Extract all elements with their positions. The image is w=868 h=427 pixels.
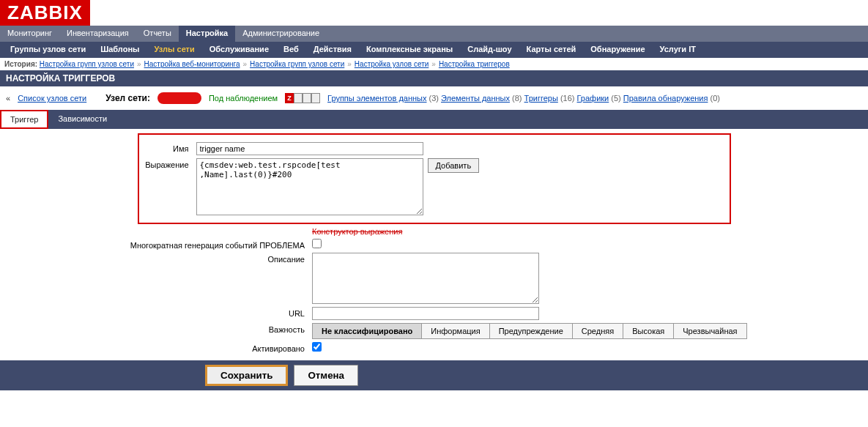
name-input[interactable] [196,142,423,155]
history-bar: История: Настройка групп узлов сети»Наст… [0,58,868,70]
severity-option[interactable]: Средняя [572,323,623,339]
sub-menu-item[interactable]: Обнаружение [583,42,652,58]
host-bar: « Список узлов сети Узел сети: Под наблю… [0,86,868,110]
zabbix-agent-icon: Z [285,93,294,103]
tab-trigger[interactable]: Триггер [0,110,48,129]
host-nav-link[interactable]: Элементы данных [441,94,510,103]
laquo: « [6,94,10,103]
expression-constructor-link[interactable]: Конструктор выражения [312,227,402,236]
enabled-checkbox[interactable] [312,342,322,352]
expression-textarea[interactable]: {cmsdev:web.test.rspcode[test ,Name].las… [196,158,423,215]
sub-menu-item[interactable]: Комплексные экраны [359,42,460,58]
multiple-problem-checkbox[interactable] [312,239,322,248]
footer-bar: Сохранить Отмена [0,360,868,390]
host-nav-count: (0) [708,94,720,103]
url-input[interactable] [312,307,539,320]
severity-option[interactable]: Чрезвычайная [673,323,746,339]
host-nav-count: (8) [510,94,522,103]
description-textarea[interactable] [312,253,539,304]
enabled-label: Активировано [0,342,312,353]
add-expression-button[interactable]: Добавить [428,158,480,173]
expression-label: Выражение [145,158,196,169]
history-link[interactable]: Настройка триггеров [439,60,510,68]
main-menu-item[interactable]: Настройка [179,26,235,42]
host-nav-link[interactable]: Правила обнаружения [623,94,708,103]
url-label: URL [0,307,312,318]
tab-dependencies[interactable]: Зависимости [48,110,116,129]
host-nav-link[interactable]: Графики [577,94,609,103]
main-menu: МониторингИнвентаризацияОтчетыНастройкаА… [0,26,868,42]
page-title: НАСТРОЙКА ТРИГГЕРОВ [0,70,868,86]
main-menu-item[interactable]: Мониторинг [0,26,59,42]
host-nav-count: (16) [558,94,575,103]
save-button[interactable]: Сохранить [205,365,288,386]
main-menu-item[interactable]: Инвентаризация [59,26,136,42]
host-nav-link[interactable]: Триггеры [524,94,558,103]
monitored-label: Под наблюдением [209,94,278,103]
history-link[interactable]: Настройка групп узлов сети [250,60,344,68]
main-menu-item[interactable]: Отчеты [136,26,179,42]
form-highlight-box: Имя Выражение {cmsdev:web.test.rspcode[t… [138,133,731,224]
sub-menu-item[interactable]: Веб [276,42,306,58]
host-label: Узел сети: [105,93,150,103]
severity-option[interactable]: Предупреждение [489,323,573,339]
severity-option[interactable]: Высокая [623,323,674,339]
sub-menu-item[interactable]: Действия [306,42,359,58]
name-label: Имя [145,142,196,153]
host-list-link[interactable]: Список узлов сети [18,94,86,103]
sub-menu-item[interactable]: Обслуживание [202,42,276,58]
severity-buttons: Не классифицированоИнформацияПредупрежде… [312,323,747,339]
sub-menu-item[interactable]: Карты сетей [519,42,584,58]
multiple-problem-label: Многократная генерация событий ПРОБЛЕМА [0,239,312,250]
severity-label: Важность [0,323,312,334]
history-link[interactable]: Настройка веб-мониторинга [144,60,240,68]
host-status-icons: Z [285,93,320,103]
sub-menu-item[interactable]: Услуги IT [653,42,703,58]
jmx-icon [303,93,311,103]
host-name-redacted [157,92,201,104]
host-nav-count: (3) [426,94,439,103]
description-label: Описание [0,253,312,264]
sub-menu-item[interactable]: Слайд-шоу [460,42,519,58]
logo: ZABBIX [0,0,90,26]
tabs: Триггер Зависимости [0,110,868,129]
host-nav-link[interactable]: Группы элементов данных [327,94,426,103]
main-menu-item[interactable]: Администрирование [235,26,327,42]
snmp-icon [294,93,303,103]
history-label: История: [4,60,37,68]
ipmi-icon [311,93,320,103]
sub-menu: Группы узлов сетиШаблоныУзлы сетиОбслужи… [0,42,868,58]
severity-option[interactable]: Информация [421,323,489,339]
history-link[interactable]: Настройка узлов сети [355,60,429,68]
severity-option[interactable]: Не классифицировано [312,323,422,339]
sub-menu-item[interactable]: Шаблоны [93,42,146,58]
sub-menu-item[interactable]: Группы узлов сети [3,42,93,58]
history-link[interactable]: Настройка групп узлов сети [40,60,134,68]
host-nav-count: (5) [609,94,621,103]
cancel-button[interactable]: Отмена [294,365,358,386]
sub-menu-item[interactable]: Узлы сети [146,42,201,58]
